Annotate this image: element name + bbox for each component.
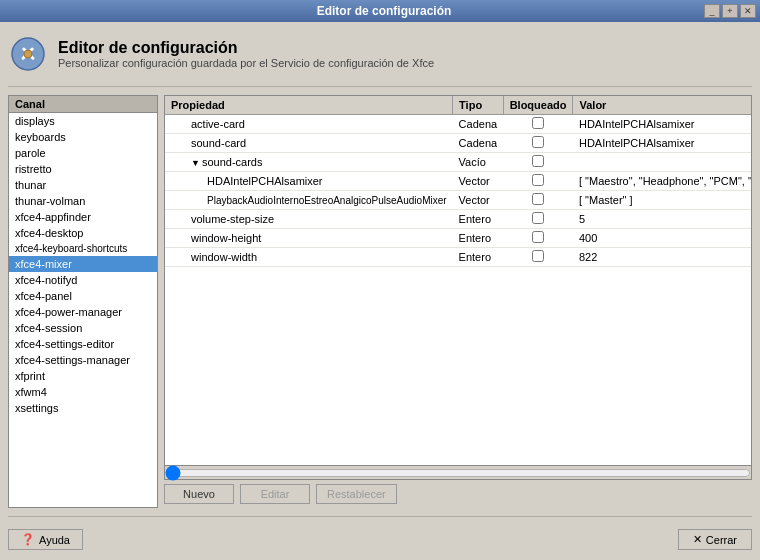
close-icon: ✕	[693, 533, 702, 546]
table-row[interactable]: HDAIntelPCHAlsamixer Vector [ "Maestro",…	[165, 172, 752, 191]
prop-valor: HDAIntelPCHAlsamixer	[573, 134, 752, 153]
bloqueado-checkbox[interactable]	[532, 155, 544, 167]
canal-panel: Canal displays keyboards parole ristrett…	[8, 95, 158, 508]
prop-valor: [ "Master" ]	[573, 191, 752, 210]
canal-item-xsettings[interactable]: xsettings	[9, 400, 157, 416]
window-body: Editor de configuración Personalizar con…	[0, 22, 760, 560]
prop-valor: [ "Maestro", "Headphone", "PCM", "	[573, 172, 752, 191]
prop-tipo: Vector	[453, 191, 504, 210]
horizontal-scrollbar-area	[164, 466, 752, 480]
canal-item-xfce4-appfinder[interactable]: xfce4-appfinder	[9, 209, 157, 225]
canal-item-xfce4-session[interactable]: xfce4-session	[9, 320, 157, 336]
prop-name: sound-card	[165, 134, 453, 153]
bloqueado-checkbox[interactable]	[532, 117, 544, 129]
expand-icon[interactable]: ▼	[191, 158, 200, 168]
bottom-bar: ❓ Ayuda ✕ Cerrar	[8, 525, 752, 552]
canal-item-displays[interactable]: displays	[9, 113, 157, 129]
close-window-button[interactable]: ✕	[740, 4, 756, 18]
canal-item-xfce4-settings-editor[interactable]: xfce4-settings-editor	[9, 336, 157, 352]
prop-valor: 5	[573, 210, 752, 229]
col-propiedad: Propiedad	[165, 96, 453, 115]
canal-item-xfce4-power-manager[interactable]: xfce4-power-manager	[9, 304, 157, 320]
bloqueado-checkbox[interactable]	[532, 212, 544, 224]
prop-name: active-card	[165, 115, 453, 134]
header-text: Editor de configuración Personalizar con…	[58, 39, 434, 69]
table-row[interactable]: sound-card Cadena HDAIntelPCHAlsamixer	[165, 134, 752, 153]
prop-valor	[573, 153, 752, 172]
canal-item-xfwm4[interactable]: xfwm4	[9, 384, 157, 400]
canal-item-thunar-volman[interactable]: thunar-volman	[9, 193, 157, 209]
app-icon	[8, 34, 48, 74]
app-subtitle: Personalizar configuración guardada por …	[58, 57, 434, 69]
cerrar-button[interactable]: ✕ Cerrar	[678, 529, 752, 550]
canal-item-xfce4-settings-manager[interactable]: xfce4-settings-manager	[9, 352, 157, 368]
canal-item-parole[interactable]: parole	[9, 145, 157, 161]
canal-item-xfce4-notifyd[interactable]: xfce4-notifyd	[9, 272, 157, 288]
prop-name: window-height	[165, 229, 453, 248]
table-row[interactable]: window-height Entero 400	[165, 229, 752, 248]
prop-tipo: Cadena	[453, 134, 504, 153]
help-icon: ❓	[21, 533, 35, 546]
maximize-button[interactable]: +	[722, 4, 738, 18]
horizontal-scrollbar[interactable]	[165, 468, 751, 478]
prop-valor: 822	[573, 248, 752, 267]
app-title: Editor de configuración	[58, 39, 434, 57]
canal-item-xfce4-keyboard-shortcuts[interactable]: xfce4-keyboard-shortcuts	[9, 241, 157, 256]
editar-button[interactable]: Editar	[240, 484, 310, 504]
properties-panel: Propiedad Tipo Bloqueado Valor active-ca…	[164, 95, 752, 508]
prop-name: window-width	[165, 248, 453, 267]
canal-item-xfce4-mixer[interactable]: xfce4-mixer	[9, 256, 157, 272]
prop-name: ▼sound-cards	[165, 153, 453, 172]
col-valor: Valor	[573, 96, 752, 115]
prop-bloqueado[interactable]	[503, 172, 573, 191]
prop-tipo: Entero	[453, 248, 504, 267]
table-row[interactable]: volume-step-size Entero 5	[165, 210, 752, 229]
canal-header: Canal	[8, 95, 158, 112]
titlebar: Editor de configuración _ + ✕	[0, 0, 760, 22]
canal-item-xfce4-panel[interactable]: xfce4-panel	[9, 288, 157, 304]
restablecer-button[interactable]: Restablecer	[316, 484, 397, 504]
prop-name: PlaybackAudioInternoEstreоAnalgicoPulseA…	[165, 191, 453, 210]
prop-name: HDAIntelPCHAlsamixer	[165, 172, 453, 191]
canal-item-ristretto[interactable]: ristretto	[9, 161, 157, 177]
canal-item-xfprint[interactable]: xfprint	[9, 368, 157, 384]
bloqueado-checkbox[interactable]	[532, 193, 544, 205]
prop-tipo: Cadena	[453, 115, 504, 134]
table-row[interactable]: ▼sound-cards Vacío	[165, 153, 752, 172]
header-separator	[8, 86, 752, 87]
prop-bloqueado[interactable]	[503, 134, 573, 153]
prop-bloqueado[interactable]	[503, 229, 573, 248]
canal-item-thunar[interactable]: thunar	[9, 177, 157, 193]
header-section: Editor de configuración Personalizar con…	[8, 30, 752, 78]
footer-separator	[8, 516, 752, 517]
bloqueado-checkbox[interactable]	[532, 174, 544, 186]
col-bloqueado: Bloqueado	[503, 96, 573, 115]
prop-valor: HDAIntelPCHAlsamixer	[573, 115, 752, 134]
ayuda-button[interactable]: ❓ Ayuda	[8, 529, 83, 550]
props-table-container[interactable]: Propiedad Tipo Bloqueado Valor active-ca…	[164, 95, 752, 466]
prop-name: volume-step-size	[165, 210, 453, 229]
canal-list[interactable]: displays keyboards parole ristretto thun…	[8, 112, 158, 508]
prop-bloqueado[interactable]	[503, 248, 573, 267]
bloqueado-checkbox[interactable]	[532, 136, 544, 148]
prop-bloqueado[interactable]	[503, 210, 573, 229]
bloqueado-checkbox[interactable]	[532, 250, 544, 262]
titlebar-buttons: _ + ✕	[704, 4, 756, 18]
prop-bloqueado[interactable]	[503, 153, 573, 172]
prop-bloqueado[interactable]	[503, 115, 573, 134]
canal-item-keyboards[interactable]: keyboards	[9, 129, 157, 145]
table-row[interactable]: PlaybackAudioInternoEstreоAnalgicoPulseA…	[165, 191, 752, 210]
prop-tipo: Entero	[453, 229, 504, 248]
bloqueado-checkbox[interactable]	[532, 231, 544, 243]
window-title: Editor de configuración	[64, 4, 704, 18]
prop-valor: 400	[573, 229, 752, 248]
minimize-button[interactable]: _	[704, 4, 720, 18]
main-content: Canal displays keyboards parole ristrett…	[8, 95, 752, 508]
prop-bloqueado[interactable]	[503, 191, 573, 210]
canal-item-xfce4-desktop[interactable]: xfce4-desktop	[9, 225, 157, 241]
table-row[interactable]: window-width Entero 822	[165, 248, 752, 267]
nuevo-button[interactable]: Nuevo	[164, 484, 234, 504]
table-row[interactable]: active-card Cadena HDAIntelPCHAlsamixer	[165, 115, 752, 134]
svg-point-3	[24, 50, 32, 58]
action-buttons: Nuevo Editar Restablecer	[164, 480, 752, 508]
